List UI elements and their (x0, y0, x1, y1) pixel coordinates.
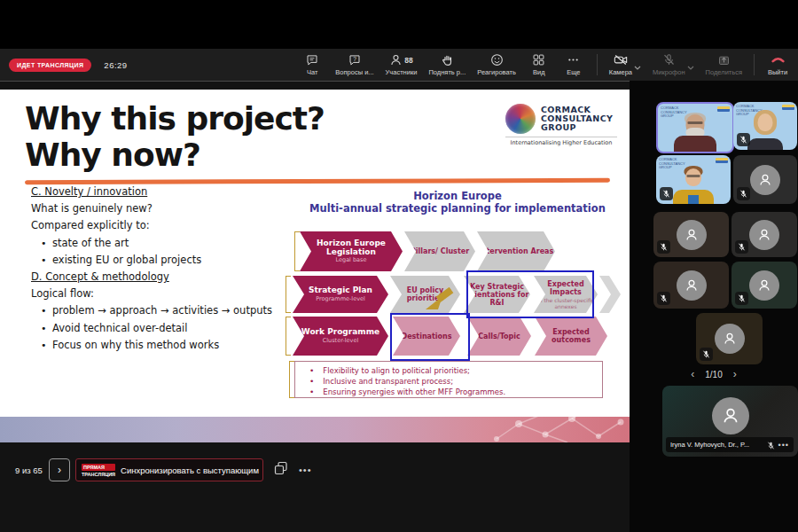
mic-muted-badge (657, 292, 670, 305)
live-broadcast-badge: ИДЕТ ТРАНСЛЯЦИЯ (9, 59, 91, 72)
diagram-title: Horizon Europe Multi-annual strategic pl… (284, 190, 631, 215)
ellipsis-icon (567, 53, 580, 66)
slide-footer-band (0, 417, 630, 442)
participant-avatar-tile[interactable] (653, 262, 729, 309)
presentation-control-bar: ‹ 9 из 65 › ПРЯМАЯ ТРАНСЛЯЦИЯ Синхронизи… (0, 450, 630, 489)
arrow-legislation: Horizon Europe LegislationLegal base (300, 231, 403, 271)
slide-heading: D. Concept & methodology (31, 271, 288, 283)
share-button[interactable]: Поделиться (706, 53, 742, 76)
participant-video-speaker[interactable]: CORMACK CONSULTANCY GROUP (656, 102, 734, 153)
mic-muted-badge (737, 187, 750, 200)
mic-muted-icon (662, 53, 676, 66)
meeting-toolbar: ИДЕТ ТРАНСЛЯЦИЯ 26:29 Чат ? Вопросы и...… (0, 49, 798, 81)
diagram-note: Inclusive and transparent process; (295, 376, 602, 387)
leave-label: Выйти (768, 68, 787, 76)
participant-name-bar: Iryna V. Myhovych, Dr., P... ••• (666, 437, 794, 452)
pagination-next-button[interactable]: › (733, 368, 737, 380)
view-label: Вид (533, 68, 545, 76)
svg-text:?: ? (353, 56, 356, 62)
share-label: Поделиться (706, 68, 742, 76)
participant-more-button[interactable]: ••• (778, 441, 789, 450)
slide-thumbnails-icon[interactable] (274, 461, 288, 479)
view-button[interactable]: Вид (528, 53, 551, 76)
avatar-icon (715, 324, 745, 354)
mic-muted-badge (700, 348, 713, 361)
arrow-work-programme: Work ProgrammeCluster-level (293, 317, 388, 356)
slide-heading: C. Novelty / innovation (31, 186, 288, 198)
slide-line: What is genuinely new? (31, 203, 288, 215)
mic-muted-icon (767, 437, 775, 453)
react-label: Реагировать (477, 68, 516, 76)
qa-label: Вопросы и... (335, 68, 373, 76)
slide-bullet: Focus on why this method works (31, 340, 288, 351)
participant-figure (667, 163, 720, 204)
camera-group: Камера (609, 53, 641, 76)
camera-button[interactable]: Камера (609, 53, 632, 76)
mic-chevron-icon[interactable] (687, 58, 694, 74)
sync-with-presenter-button[interactable]: ПРЯМАЯ ТРАНСЛЯЦИЯ Синхронизировать с выс… (75, 458, 263, 481)
grid-view-icon (532, 53, 545, 66)
smiley-icon (490, 53, 504, 66)
meeting-timer: 26:29 (104, 60, 127, 70)
avatar-icon (749, 220, 779, 250)
gold-pointer-arrow (424, 287, 454, 316)
raise-hand-label: Поднять р... (428, 68, 466, 76)
participants-count: 88 (404, 56, 412, 65)
arrow-tail (599, 276, 621, 313)
shared-screen-stage: Why this project? Why now? CORMACK CONSU… (0, 81, 630, 532)
mic-button[interactable]: Микрофон (653, 53, 685, 76)
react-button[interactable]: Реагировать (477, 53, 516, 76)
participants-button[interactable]: 88 Участники (386, 53, 418, 76)
avatar-icon (677, 220, 707, 250)
title-underline (25, 178, 610, 184)
participant-avatar-tile[interactable] (696, 313, 763, 364)
mic-label: Микрофон (653, 68, 685, 76)
more-button[interactable]: Еще (562, 53, 585, 76)
avatar-icon (750, 165, 780, 195)
question-bubble-icon: ? (348, 53, 362, 66)
toolbar-divider (754, 54, 755, 75)
participant-avatar-tile[interactable] (733, 155, 797, 204)
participant-video[interactable]: CORMACK CONSULTANCY GROUP (733, 102, 797, 150)
highlight-box-destinations (390, 313, 470, 361)
camera-chevron-icon[interactable] (634, 58, 641, 74)
arrow-strategic-plan: Strategic PlanProgramme-level (293, 276, 388, 313)
logo-tagline: Internationalising Higher Education (505, 137, 617, 146)
arrow-calls-topic: Calls/Topic (467, 317, 531, 356)
slide-bullet: Avoid technical over-detail (31, 323, 288, 334)
slide-bullet: problem → approach → activities → output… (31, 305, 288, 317)
leave-call-icon (771, 53, 786, 66)
arrow-pillars: Pillars/ Cluster (404, 231, 475, 271)
slide-text-column: C. Novelty / innovation What is genuinel… (31, 186, 288, 356)
leave-button[interactable]: Выйти (766, 53, 789, 76)
mic-muted-badge (737, 133, 750, 146)
highlight-box-orientations-impacts (466, 270, 594, 318)
chat-icon (305, 53, 319, 66)
next-slide-button[interactable]: › (49, 458, 70, 481)
featured-participant-tile[interactable]: Iryna V. Myhovych, Dr., P... ••• (662, 386, 798, 457)
participant-avatar-tile[interactable] (732, 262, 797, 309)
sync-label: Синхронизировать с выступающим (121, 466, 259, 475)
share-screen-icon (717, 53, 731, 66)
mic-group: Микрофон (653, 53, 694, 76)
raise-hand-button[interactable]: Поднять р... (428, 53, 466, 76)
control-bar-more-button[interactable]: ••• (299, 465, 312, 475)
mic-muted-badge (660, 187, 673, 200)
pagination-prev-button[interactable]: ‹ (691, 368, 694, 380)
slide-line: Logical flow: (31, 288, 288, 300)
slide-line: Compared explicitly to: (31, 220, 288, 231)
participant-avatar-tile[interactable] (732, 212, 797, 257)
diagram-notes-box: Flexibility to align to political priori… (294, 361, 603, 398)
qa-button[interactable]: ? Вопросы и... (335, 53, 373, 76)
participant-avatar-tile[interactable] (653, 212, 729, 257)
diagram-bracket (286, 276, 291, 313)
app-window: ИДЕТ ТРАНСЛЯЦИЯ 26:29 Чат ? Вопросы и...… (0, 0, 798, 532)
cormack-logo: CORMACK CONSULTANCY GROUP Internationali… (505, 104, 617, 155)
participant-video[interactable]: CORMACK CONSULTANCY GROUP (656, 155, 731, 204)
slide-bullet: state of the art (31, 238, 288, 249)
chat-button[interactable]: Чат (301, 53, 324, 76)
globe-logo-icon (505, 104, 536, 134)
participants-icon (389, 53, 403, 66)
diagram-note: Flexibility to align to political priori… (295, 365, 602, 376)
mic-muted-badge (657, 240, 670, 254)
